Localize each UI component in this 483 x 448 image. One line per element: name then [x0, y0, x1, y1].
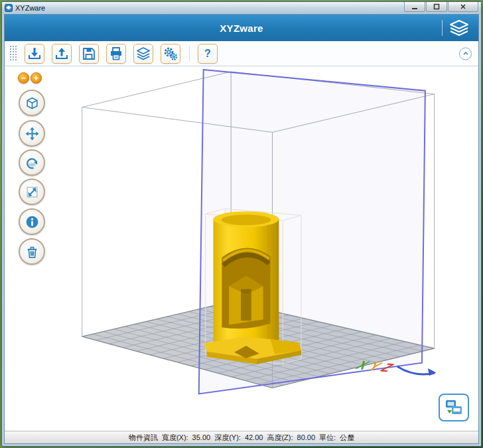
remove-button[interactable]	[19, 238, 45, 265]
close-button[interactable]	[448, 2, 478, 12]
import-button[interactable]	[25, 44, 44, 64]
maximize-button[interactable]	[426, 2, 447, 12]
viewport-3d[interactable]: X Y Z − +	[5, 66, 478, 431]
app-frame: XYZware	[4, 14, 479, 444]
header-separator	[442, 20, 443, 36]
minimize-icon	[411, 3, 419, 11]
object-info-label: 物件資訊	[129, 433, 158, 443]
collapse-toolbar-button[interactable]	[459, 47, 472, 60]
scale-button[interactable]	[19, 179, 45, 205]
export-button[interactable]	[52, 44, 72, 64]
settings-gears-icon	[163, 46, 178, 62]
maximize-icon	[433, 3, 441, 11]
save-icon	[81, 46, 97, 62]
height-label: 高度(Z):	[267, 433, 293, 443]
trash-icon	[25, 245, 39, 259]
window-titlebar[interactable]: XYZware	[2, 2, 481, 13]
rotate-button[interactable]	[19, 149, 45, 176]
settings-button[interactable]	[161, 44, 180, 64]
scale-icon	[25, 185, 39, 199]
width-value: 35.00	[192, 433, 211, 441]
app-window: XYZware XYZware	[1, 1, 482, 447]
move-icon	[25, 127, 39, 141]
desktop-background: XYZware XYZware	[0, 0, 483, 448]
app-header-title: XYZware	[220, 23, 263, 34]
depth-label: 深度(Y):	[214, 433, 241, 443]
slice-button[interactable]	[133, 44, 153, 64]
export-icon	[54, 46, 70, 62]
move-button[interactable]	[19, 120, 45, 147]
info-icon	[25, 215, 39, 229]
window-controls	[404, 2, 481, 13]
depth-value: 42.00	[245, 433, 263, 441]
status-bar: 物件資訊 寬度(X): 35.00 深度(Y): 42.00 高度(Z): 80…	[5, 431, 478, 443]
minimize-button[interactable]	[404, 2, 425, 12]
print-button[interactable]	[106, 44, 126, 64]
height-value: 80.00	[297, 433, 316, 441]
app-icon	[5, 4, 13, 12]
close-icon	[459, 3, 467, 11]
layers-icon	[135, 46, 151, 62]
unit-label: 單位:	[319, 433, 336, 443]
import-icon	[27, 46, 42, 62]
printer-panel-button[interactable]	[439, 394, 469, 421]
toolbar-separator	[189, 46, 190, 62]
question-icon: ?	[204, 48, 211, 60]
print-icon	[108, 46, 124, 62]
toolbar: ?	[5, 41, 478, 66]
width-label: 寬度(X):	[162, 433, 188, 443]
app-header: XYZware	[5, 15, 478, 41]
view-cube-icon	[25, 96, 39, 110]
info-button[interactable]	[19, 208, 45, 235]
3d-scene[interactable]: X Y Z	[5, 66, 478, 431]
printer-monitor-icon	[445, 399, 463, 416]
zoom-out-button[interactable]: −	[18, 72, 29, 84]
view-button[interactable]	[19, 90, 45, 116]
chevron-up-icon	[462, 50, 470, 58]
save-button[interactable]	[79, 44, 99, 64]
unit-value: 公釐	[340, 433, 354, 443]
xyzprinting-logo-icon	[448, 19, 470, 37]
zoom-in-button[interactable]: +	[31, 72, 42, 84]
help-button[interactable]: ?	[198, 44, 218, 64]
rotate-icon	[25, 156, 39, 170]
window-title: XYZware	[15, 4, 45, 12]
toolbar-grip[interactable]	[10, 46, 17, 62]
